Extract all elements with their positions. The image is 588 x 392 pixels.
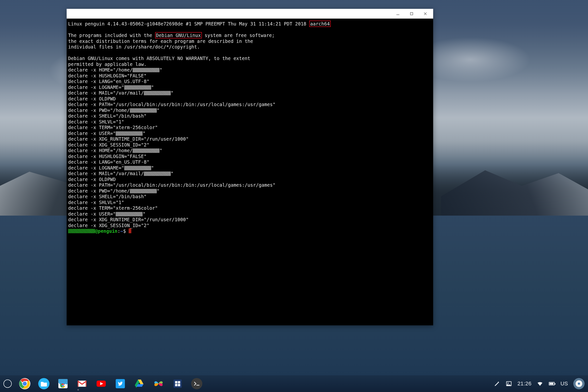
- terminal-window: Linux penguin 4.14.43-05062-g1048e72698d…: [67, 9, 433, 325]
- app-gmail-icon[interactable]: [76, 378, 88, 390]
- svg-rect-15: [174, 380, 182, 388]
- launcher-button[interactable]: [4, 380, 12, 388]
- wifi-icon[interactable]: [537, 380, 543, 387]
- app-drive-icon[interactable]: [133, 378, 146, 390]
- svg-rect-18: [175, 384, 178, 386]
- app-files-icon[interactable]: [38, 378, 50, 390]
- svg-rect-1: [410, 12, 413, 15]
- app-windows-icon[interactable]: [172, 378, 184, 390]
- app-terminal-icon[interactable]: [190, 378, 203, 390]
- status-tray[interactable]: 21:26 US: [494, 378, 584, 389]
- battery-icon[interactable]: [548, 380, 555, 387]
- desktop: Linux penguin 4.14.43-05062-g1048e72698d…: [0, 0, 588, 392]
- app-twitter-icon[interactable]: [114, 378, 126, 390]
- picture-icon[interactable]: [506, 380, 512, 387]
- window-titlebar[interactable]: [67, 9, 433, 18]
- avatar-chrome-icon[interactable]: [573, 378, 584, 389]
- svg-point-20: [191, 378, 202, 389]
- shelf-apps: [18, 378, 203, 390]
- svg-rect-19: [178, 384, 180, 386]
- clock[interactable]: 21:26: [518, 380, 532, 387]
- svg-point-24: [508, 383, 508, 384]
- terminal-output[interactable]: Linux penguin 4.14.43-05062-g1048e72698d…: [67, 18, 433, 325]
- svg-rect-17: [178, 381, 180, 384]
- app-butterfly-icon[interactable]: [152, 378, 165, 390]
- app-youtube-icon[interactable]: [95, 378, 107, 390]
- app-chrome-icon[interactable]: [18, 378, 31, 390]
- close-button[interactable]: [418, 9, 432, 18]
- input-locale[interactable]: US: [560, 380, 568, 387]
- pen-icon[interactable]: [494, 380, 500, 387]
- svg-rect-16: [175, 381, 178, 384]
- svg-rect-9: [58, 379, 68, 383]
- svg-point-11: [62, 385, 64, 386]
- shelf: 21:26 US: [0, 375, 588, 392]
- minimize-button[interactable]: [391, 9, 405, 18]
- app-webstore-icon[interactable]: [57, 378, 69, 390]
- maximize-button[interactable]: [405, 9, 418, 18]
